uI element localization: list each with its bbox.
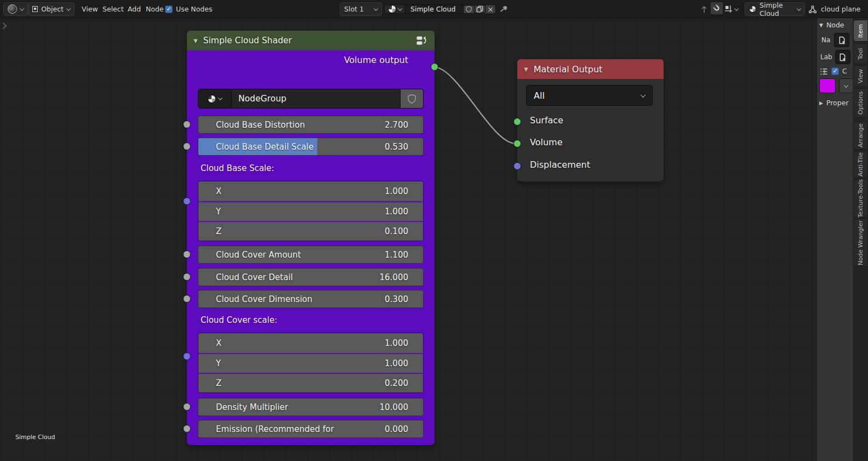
nodegroup-fake-user-button[interactable] xyxy=(401,89,424,109)
shader-node-header[interactable]: ▼ Simple Cloud Shader xyxy=(187,31,435,50)
param-cloud-base-detail-scale[interactable]: Cloud Base Detail Scale 0.530 xyxy=(198,138,424,156)
axis-label: Y xyxy=(216,207,221,217)
node-color-swatch[interactable] xyxy=(819,78,836,93)
nodegroup-browse-button[interactable] xyxy=(198,89,232,109)
sidebar-tab-node-wrangler[interactable]: Node Wrangler xyxy=(854,219,868,267)
id-file-icon xyxy=(838,36,846,44)
node-panel-header[interactable]: ▼ Node xyxy=(819,21,844,29)
socket-emission[interactable] xyxy=(183,425,191,432)
chevron-down-icon xyxy=(641,92,646,98)
properties-panel-header[interactable]: ▶ Proper xyxy=(819,99,849,107)
param-value: 2.700 xyxy=(385,120,408,130)
collapse-triangle-icon[interactable]: ▼ xyxy=(524,66,528,72)
socket-cloud-base-distortion[interactable] xyxy=(183,121,191,128)
sidebar-tab-options[interactable]: Options xyxy=(854,88,868,118)
param-value: 10.000 xyxy=(380,402,409,412)
socket-cloud-base-scale[interactable] xyxy=(183,197,191,205)
chevron-down-icon xyxy=(374,6,378,10)
fake-user-button[interactable] xyxy=(464,5,475,14)
param-label: Cloud Base Distortion xyxy=(216,120,305,130)
collapse-triangle-icon: ▼ xyxy=(819,22,823,28)
vector-z-field[interactable]: Z 0.200 xyxy=(198,373,423,392)
param-density-multiplier[interactable]: Density Multiplier 10.000 xyxy=(198,398,424,416)
name-field-label: Na xyxy=(821,36,830,44)
link-volume-output-to-volume xyxy=(433,67,516,144)
socket-cloud-cover-dimension[interactable] xyxy=(183,295,191,303)
material-sphere-icon xyxy=(388,5,396,13)
vector-x-field[interactable]: X 1.000 xyxy=(198,181,423,201)
axis-value: 1.000 xyxy=(385,186,408,196)
material-name: Simple Cloud xyxy=(410,5,455,13)
socket-density-multiplier[interactable] xyxy=(183,403,191,411)
socket-volume-output[interactable] xyxy=(431,63,438,71)
unlink-material-button[interactable]: × xyxy=(486,4,496,14)
sidebar-tab-tool[interactable]: Tool xyxy=(854,43,868,64)
parent-node-tree-button[interactable] xyxy=(699,2,709,16)
snap-target-select[interactable] xyxy=(724,2,738,16)
vector-y-field[interactable]: Y 1.000 xyxy=(198,201,423,221)
pin-icon xyxy=(499,4,509,14)
node-material-output[interactable]: ▼ Material Output All Surface Volume Dis… xyxy=(517,59,664,181)
use-nodes-toggle[interactable]: ✓ Use Nodes xyxy=(165,2,212,16)
param-label: Density Multiplier xyxy=(216,402,288,412)
socket-cloud-cover-scale[interactable] xyxy=(183,352,191,360)
chevron-down-icon xyxy=(20,6,24,10)
editor-type-button[interactable] xyxy=(3,2,28,16)
output-node-header[interactable]: ▼ Material Output xyxy=(517,59,664,79)
node-color-picker-row xyxy=(819,78,853,93)
use-nodes-checkbox[interactable]: ✓ xyxy=(165,5,173,13)
node-label-field[interactable] xyxy=(835,50,850,64)
node-name-field[interactable] xyxy=(834,33,849,47)
close-icon: × xyxy=(487,5,494,14)
collapse-triangle-icon[interactable]: ▼ xyxy=(193,38,198,44)
material-sphere-icon xyxy=(749,5,756,13)
node-tree-select[interactable]: Simple Cloud xyxy=(745,2,805,16)
snapping-toggle[interactable] xyxy=(711,2,723,14)
nodegroup-selector: NodeGroup xyxy=(198,89,424,109)
chevron-down-icon xyxy=(797,6,801,10)
pin-button[interactable] xyxy=(499,2,509,16)
nodegroup-name-field[interactable]: NodeGroup xyxy=(232,89,401,109)
socket-cloud-cover-detail[interactable] xyxy=(183,273,191,281)
vector-y-field[interactable]: Y 1.000 xyxy=(198,353,423,373)
heading-cloud-base-scale: Cloud Base Scale: xyxy=(201,163,274,173)
param-emission[interactable]: Emission (Recommended for 0.000 xyxy=(198,420,424,438)
sidebar-tab-texture-tools[interactable]: Texture-Tools xyxy=(854,179,868,218)
param-label: Emission (Recommended for xyxy=(216,424,334,434)
node-title: Material Output xyxy=(534,64,603,75)
socket-surface-input[interactable] xyxy=(513,118,521,126)
socket-cloud-base-detail-scale[interactable] xyxy=(183,143,191,150)
material-sphere-icon xyxy=(208,95,216,103)
socket-cloud-cover-amount[interactable] xyxy=(183,251,191,258)
color-presets-button[interactable] xyxy=(839,78,853,93)
sidebar-tab-item[interactable]: Item xyxy=(854,20,868,42)
slot-label: Slot 1 xyxy=(344,5,371,13)
sidebar-tab-view[interactable]: View xyxy=(854,65,868,87)
toolbar-expand-arrow-icon[interactable] xyxy=(0,22,6,29)
vector-x-field[interactable]: X 1.000 xyxy=(198,333,423,353)
param-label: Cloud Cover Dimension xyxy=(216,294,312,304)
slot-select[interactable]: Slot 1 xyxy=(340,2,382,16)
target-select[interactable]: All xyxy=(526,85,653,106)
sidebar-tab-arrange[interactable]: Arrange xyxy=(854,121,868,150)
active-tree-overlay-label: Simple Cloud xyxy=(15,434,55,441)
node-editor-canvas[interactable]: ▼ Simple Cloud Shader Volume output Node… xyxy=(0,18,868,461)
menu-add-label: Add xyxy=(128,5,141,13)
material-name-field[interactable]: Simple Cloud xyxy=(406,4,464,14)
material-browse-button[interactable] xyxy=(384,4,406,14)
node-simple-cloud-shader[interactable]: ▼ Simple Cloud Shader Volume output Node… xyxy=(187,31,435,445)
collapse-triangle-icon: ▶ xyxy=(819,100,823,106)
param-cloud-cover-dimension[interactable]: Cloud Cover Dimension 0.300 xyxy=(198,290,424,308)
color-checkbox[interactable]: ✓ xyxy=(831,67,839,75)
new-material-button[interactable] xyxy=(475,5,486,13)
properties-panel-title: Proper xyxy=(826,99,849,107)
active-object-path: cloud plane xyxy=(808,2,861,16)
socket-displacement-input[interactable] xyxy=(513,162,521,170)
vector-z-field[interactable]: Z 0.100 xyxy=(198,221,423,241)
param-cloud-base-distortion[interactable]: Cloud Base Distortion 2.700 xyxy=(198,116,424,134)
param-cloud-cover-amount[interactable]: Cloud Cover Amount 1.100 xyxy=(198,246,424,264)
shader-type-select[interactable]: Object xyxy=(28,2,75,16)
param-cloud-cover-detail[interactable]: Cloud Cover Detail 16.000 xyxy=(198,268,424,286)
sidebar-tab-anti-tile[interactable]: Anti-Tile xyxy=(854,151,868,178)
socket-volume-input[interactable] xyxy=(513,140,521,147)
